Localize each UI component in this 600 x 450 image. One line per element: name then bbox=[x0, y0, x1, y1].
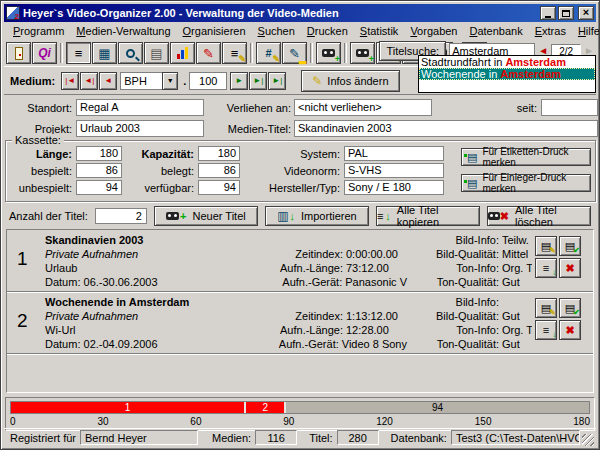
result-highlight: Amsterdam bbox=[500, 68, 561, 80]
medium-code-combo[interactable]: BPH ▼ bbox=[120, 72, 178, 90]
verliehen-field[interactable]: <nicht verliehen> bbox=[294, 99, 432, 116]
result-text: Wochenende in bbox=[421, 68, 500, 80]
titel-count-label: Titel: bbox=[309, 432, 332, 444]
laenge-label: Länge: bbox=[14, 148, 72, 160]
title-info-button[interactable]: ▤✎ bbox=[535, 298, 557, 318]
menu-organisieren[interactable]: Organisieren bbox=[177, 24, 252, 39]
title-bar[interactable]: Heyer`s Video-Organizer 2.00 - Verwaltun… bbox=[4, 4, 596, 22]
search-media-button[interactable] bbox=[118, 42, 143, 64]
highlight-button[interactable]: ✎▂ bbox=[282, 42, 307, 64]
ton-qualitaet-value: Gut bbox=[502, 337, 520, 351]
label-sheet-icon: ▤ bbox=[467, 152, 477, 163]
system-field[interactable]: PAL bbox=[344, 146, 444, 161]
alle-titel-loeschen-button[interactable]: ✖Alle Titel löschen bbox=[487, 206, 591, 226]
bild-qualitaet-label: Bild-Qualität: bbox=[409, 309, 499, 323]
print-button[interactable]: ▤ bbox=[144, 42, 169, 64]
menu-extras[interactable]: Extras bbox=[529, 24, 572, 39]
chevron-down-icon[interactable]: ▼ bbox=[162, 72, 178, 90]
last-medium-button[interactable]: ►| bbox=[268, 72, 286, 90]
label-sheet-icon: ▤ bbox=[467, 178, 477, 189]
videonorm-field[interactable]: S-VHS bbox=[344, 163, 444, 178]
first-medium-button[interactable]: |◄ bbox=[61, 72, 79, 90]
unbespielt-field[interactable]: 94 bbox=[76, 180, 122, 195]
zeitindex-value: 1:13:12.00 bbox=[346, 309, 398, 323]
notes-button[interactable]: ≡✎ bbox=[222, 42, 247, 64]
next-group-button[interactable]: ►| bbox=[249, 72, 267, 90]
next-medium-button[interactable]: ► bbox=[230, 72, 248, 90]
media-stack-icon: ≡ bbox=[75, 47, 83, 60]
title-copy-button[interactable]: ≡↓ bbox=[535, 258, 557, 278]
menu-drucken[interactable]: Drucken bbox=[301, 24, 354, 39]
medium-label: Medium: bbox=[10, 75, 55, 87]
aufn-geraet-value: Video 8 Sony bbox=[342, 337, 407, 351]
belegt-field[interactable]: 86 bbox=[198, 163, 240, 178]
menu-medien-verwaltung[interactable]: Medien-Verwaltung bbox=[70, 24, 176, 39]
menu-vorgaben[interactable]: Vorgaben bbox=[404, 24, 463, 39]
title-row[interactable]: 1 Skandinavien 2003 Private Aufnahmen Ur… bbox=[7, 230, 593, 292]
medium-separator: . bbox=[183, 75, 186, 87]
statistics-button[interactable] bbox=[170, 42, 195, 64]
x-icon: ✖ bbox=[500, 210, 509, 223]
exit-button[interactable] bbox=[6, 42, 31, 64]
add-medium-button[interactable]: + bbox=[316, 42, 341, 64]
system-label: System: bbox=[246, 148, 340, 160]
window-title: Heyer`s Video-Organizer 2.00 - Verwaltun… bbox=[23, 7, 538, 19]
aufn-geraet-value: Panasonic V bbox=[345, 275, 407, 289]
title-edit-button[interactable]: ▤✔ bbox=[559, 236, 581, 256]
title-info-button[interactable]: ▤✎ bbox=[535, 236, 557, 256]
card-view-button[interactable]: ▦ bbox=[92, 42, 117, 64]
neuer-titel-button[interactable]: +Neuer Titel bbox=[154, 206, 258, 226]
standort-field[interactable]: Regal A bbox=[76, 99, 204, 116]
kapazitaet-field[interactable]: 180 bbox=[198, 146, 240, 161]
edit-infos-button[interactable]: ✎Infos ändern bbox=[301, 70, 399, 92]
maximize-button[interactable] bbox=[558, 6, 574, 20]
medium-number-input[interactable] bbox=[189, 72, 227, 90]
title-type: Private Aufnahmen bbox=[45, 247, 158, 261]
etiketten-druck-button[interactable]: ▤Für Etiketten-Druck merken bbox=[461, 148, 591, 166]
bespielt-field[interactable]: 86 bbox=[76, 163, 122, 178]
alle-titel-kopieren-button[interactable]: ≡↓Alle Titel kopieren bbox=[376, 206, 480, 226]
close-button[interactable]: × bbox=[578, 6, 594, 20]
einleger-druck-button[interactable]: ▤Für Einleger-Druck merken bbox=[461, 174, 591, 192]
bild-info-value: Teilw. Drop-O bbox=[502, 233, 532, 247]
ton-qualitaet-label: Ton-Qualität: bbox=[409, 275, 499, 289]
counter-edit-button[interactable]: #✎ bbox=[256, 42, 281, 64]
laenge-field[interactable]: 180 bbox=[76, 146, 122, 161]
menu-suchen[interactable]: Suchen bbox=[252, 24, 301, 39]
marker-button[interactable]: ✎ bbox=[196, 42, 221, 64]
title-edit-button[interactable]: ▤✔ bbox=[559, 298, 581, 318]
datenbank-label: Datenbank: bbox=[391, 432, 447, 444]
search-result-item-selected[interactable]: Wochenende in Amsterdam bbox=[419, 68, 595, 80]
menu-statistik[interactable]: Statistik bbox=[354, 24, 405, 39]
title-copy-button[interactable]: ≡↓ bbox=[535, 320, 557, 340]
prev-medium-button[interactable]: ◄ bbox=[99, 72, 117, 90]
search-result-item[interactable]: Stadtrundfahrt in Amsterdam bbox=[419, 56, 595, 68]
tape-icon bbox=[488, 212, 500, 220]
medium-code-value: BPH bbox=[120, 72, 162, 90]
title-datum: Datum: 06.-30.06.2003 bbox=[45, 275, 158, 289]
medien-titel-field[interactable]: Skandinavien 2003 bbox=[294, 120, 598, 137]
notes-pencil-icon: ✎ bbox=[238, 55, 246, 64]
verfuegbar-field[interactable]: 94 bbox=[198, 180, 240, 195]
pencil-icon: ✎ bbox=[549, 247, 556, 255]
seit-field[interactable] bbox=[541, 99, 598, 116]
anzahl-field: 2 bbox=[95, 208, 147, 224]
title-delete-button[interactable]: ✖ bbox=[559, 320, 581, 340]
menu-datenbank[interactable]: Datenbank bbox=[463, 24, 528, 39]
projekt-field[interactable]: Urlaub 2003 bbox=[76, 120, 204, 137]
resize-grip[interactable] bbox=[582, 434, 594, 446]
prev-group-button[interactable]: ◄| bbox=[80, 72, 98, 90]
quickinfo-button[interactable]: Qi bbox=[32, 42, 57, 64]
copy-medium-button[interactable]: + bbox=[350, 42, 375, 64]
title-delete-button[interactable]: ✖ bbox=[559, 258, 581, 278]
medien-count-label: Medien: bbox=[212, 432, 251, 444]
title-row[interactable]: 2 Wochenende in Amsterdam Private Aufnah… bbox=[7, 292, 593, 354]
importieren-button[interactable]: ▥↓Importieren bbox=[265, 206, 369, 226]
einleger-label: Für Einleger-Druck merken bbox=[482, 172, 585, 194]
minimize-button[interactable] bbox=[540, 6, 556, 20]
media-overview-button[interactable]: ≡ bbox=[66, 42, 91, 64]
hersteller-field[interactable]: Sony / E 180 bbox=[344, 180, 444, 195]
aufn-laenge-value: 73:12.00 bbox=[346, 261, 389, 275]
menu-hilfe[interactable]: Hilfe bbox=[572, 24, 600, 39]
menu-programm[interactable]: Programm bbox=[7, 24, 70, 39]
